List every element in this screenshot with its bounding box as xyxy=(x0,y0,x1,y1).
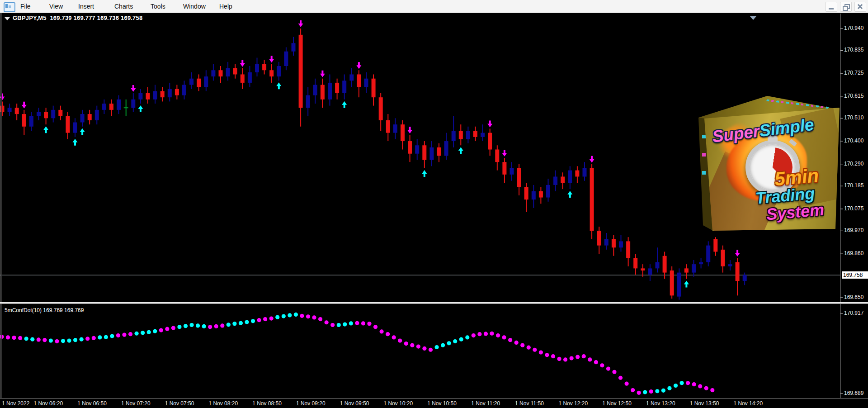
candle-body xyxy=(15,108,19,114)
candle-body xyxy=(612,239,616,247)
candle-body xyxy=(743,275,747,281)
indicator-dot xyxy=(214,324,218,328)
indicator-dot xyxy=(508,338,512,342)
indicator-dot xyxy=(490,332,494,336)
sell-arrow-icon xyxy=(590,156,594,163)
candle-body xyxy=(328,83,332,100)
candle-body xyxy=(269,70,274,76)
candle-body xyxy=(597,231,601,245)
indicator-dot xyxy=(171,326,175,330)
time-label: 1 Nov 08:20 xyxy=(208,400,238,407)
indicator-dot xyxy=(116,333,120,337)
menu-window[interactable]: Window xyxy=(179,0,210,13)
restore-button[interactable] xyxy=(840,2,852,12)
indicator-dot xyxy=(312,315,316,319)
indicator-dot xyxy=(594,360,598,364)
indicator-dot xyxy=(98,335,102,339)
close-button[interactable] xyxy=(854,2,866,12)
price-label: 170.510 xyxy=(844,114,868,121)
candle-body xyxy=(95,110,99,120)
indicator-dot xyxy=(6,335,10,339)
sell-arrow-icon xyxy=(487,120,492,127)
indicator-dot xyxy=(674,384,678,388)
menu-file[interactable]: File xyxy=(16,0,35,13)
candle-body xyxy=(626,241,630,258)
time-label: 1 Nov 09:20 xyxy=(296,400,326,407)
time-label: 1 Nov 12:50 xyxy=(602,400,632,407)
menu-tools[interactable]: Tools xyxy=(146,0,170,13)
buy-arrow-icon xyxy=(138,105,143,112)
indicator-dot xyxy=(288,313,292,317)
indicator-dot xyxy=(226,323,231,327)
indicator-dot xyxy=(563,357,567,361)
minimize-icon xyxy=(829,8,834,9)
candle-body xyxy=(437,147,441,156)
candle-body xyxy=(8,108,12,112)
indicator-dot xyxy=(496,333,500,337)
minimize-button[interactable] xyxy=(826,2,837,12)
buy-arrow-icon xyxy=(567,191,572,198)
indicator-dot xyxy=(582,354,586,358)
indicator-dot xyxy=(661,389,665,393)
buy-arrow-icon xyxy=(43,126,48,133)
indicator-dot xyxy=(135,332,139,336)
price-label: 170.725 xyxy=(844,70,868,76)
candle-body xyxy=(211,70,215,76)
candle-body xyxy=(102,104,106,110)
candle-body xyxy=(342,81,346,93)
indicator-dot xyxy=(410,343,414,347)
buy-arrow-icon xyxy=(276,82,281,89)
price-label: 169.970 xyxy=(844,227,868,233)
indicator-dot xyxy=(625,382,629,386)
indicator-dot xyxy=(373,325,377,329)
subwindow-separator[interactable] xyxy=(0,302,868,304)
indicator-dot xyxy=(318,317,322,321)
candle-body xyxy=(488,133,492,150)
application-window: FileViewInsertChartsToolsWindowHelp GBPJ… xyxy=(0,0,868,408)
menu-view[interactable]: View xyxy=(45,0,67,13)
indicator-dot xyxy=(24,337,28,341)
candle-body xyxy=(415,145,419,153)
chart-shift-marker-icon[interactable] xyxy=(750,16,756,20)
sell-arrow-icon xyxy=(22,102,27,109)
app-icon[interactable] xyxy=(4,2,15,12)
indicator-dot xyxy=(0,335,4,339)
candle-body xyxy=(379,97,383,120)
symbol-label: GBPJPY,M5 xyxy=(13,14,47,21)
indicator-dot xyxy=(533,348,537,352)
candle-body xyxy=(58,110,62,116)
time-label: 1 Nov 13:50 xyxy=(690,400,719,407)
time-label: 1 Nov 06:50 xyxy=(77,400,107,407)
sell-arrow-icon xyxy=(735,250,740,256)
candle-body xyxy=(233,68,237,75)
indicator-dot xyxy=(343,322,347,326)
candle-body xyxy=(349,74,354,81)
candle-body xyxy=(189,79,193,85)
indicator-dot xyxy=(306,314,310,318)
time-label: 1 Nov 06:20 xyxy=(33,400,63,407)
indicator-dot xyxy=(282,314,286,318)
indicator-dot xyxy=(631,388,635,392)
indicator-label: 5mConfDot(10) 169.769 169.769 xyxy=(5,307,84,313)
menu-insert[interactable]: Insert xyxy=(74,0,99,13)
candle-body xyxy=(553,176,557,185)
candle-body xyxy=(168,89,172,97)
candle-body xyxy=(51,110,55,118)
candle-body xyxy=(408,141,412,154)
buy-arrow-icon xyxy=(684,280,689,287)
candle-body xyxy=(721,250,725,266)
candle-body xyxy=(459,131,463,139)
sub-axis-label: 170.917 xyxy=(844,310,868,316)
indicator-dot xyxy=(606,366,610,370)
symbol-dropdown-icon[interactable] xyxy=(5,17,10,20)
time-label: 1 Nov 11:20 xyxy=(471,400,500,407)
candle-body xyxy=(590,168,594,231)
price-label: 170.400 xyxy=(844,138,868,144)
menu-charts[interactable]: Charts xyxy=(110,0,137,13)
time-label: 1 Nov 10:20 xyxy=(383,400,413,407)
menu-help[interactable]: Help xyxy=(215,0,237,13)
indicator-dot xyxy=(484,332,488,336)
current-price-label: 169.758 xyxy=(842,271,868,279)
indicator-dot xyxy=(686,381,690,385)
indicator-dot xyxy=(539,350,543,354)
